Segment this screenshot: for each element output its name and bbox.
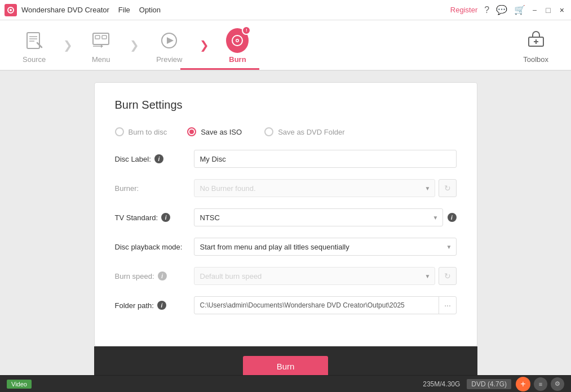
save-as-dvd-folder-label: Save as DVD Folder (278, 128, 345, 136)
disc-label-row: Disc Label: i (115, 150, 457, 168)
nav-steps: Source ❯ Menu ❯ (9, 20, 262, 70)
source-icon (23, 29, 46, 52)
radio-options-row: Burn to disc Save as ISO Save as DVD Fol… (115, 127, 457, 136)
tv-standard-select-wrapper: NTSC PAL ▼ (194, 208, 443, 226)
save-as-iso-label: Save as ISO (201, 128, 242, 136)
panel-title: Burn Settings (115, 99, 457, 112)
menu-bar: File Option (118, 6, 450, 14)
disc-label-input[interactable] (194, 150, 457, 168)
burn-badge: ! (242, 26, 251, 35)
burner-select-wrapper: No Burner found. ▼ (194, 179, 435, 197)
burn-to-disc-label: Burn to disc (129, 128, 167, 136)
svg-point-1 (10, 9, 12, 11)
register-link[interactable]: Register (450, 6, 477, 14)
disc-label-info-icon[interactable]: i (154, 154, 163, 163)
nav-step-burn[interactable]: ! Burn (213, 20, 262, 70)
folder-path-row: Folder path: i ··· (115, 296, 457, 314)
save-as-iso-radio[interactable] (187, 127, 196, 136)
burner-select: No Burner found. (194, 179, 435, 197)
maximize-button[interactable]: □ (543, 6, 552, 15)
folder-path-input-wrapper: ··· (194, 296, 457, 314)
chevron-1: ❯ (59, 20, 76, 70)
titlebar-actions: Register ? 💬 🛒 (450, 5, 525, 15)
burn-speed-refresh-button: ↻ (439, 267, 457, 285)
preview-icon (158, 29, 180, 52)
disc-playback-select[interactable]: Start from menu and play all titles sequ… (194, 238, 457, 256)
burn-speed-label: Burn speed: i (115, 271, 194, 280)
close-button[interactable]: × (557, 6, 566, 15)
svg-point-16 (237, 39, 238, 41)
burn-settings-panel: Burn Settings Burn to disc Save as ISO S… (94, 82, 477, 346)
tv-standard-info-icon-right[interactable]: i (448, 213, 457, 222)
burn-speed-select-wrapper: Default burn speed ▼ (194, 267, 435, 285)
window-controls: − □ × (530, 6, 566, 15)
save-as-dvd-folder-radio[interactable] (264, 127, 273, 136)
disc-playback-select-wrapper: Start from menu and play all titles sequ… (194, 238, 457, 256)
menu-option[interactable]: Option (139, 6, 161, 14)
toolbox-label: Toolbox (523, 55, 548, 64)
menu-label: Menu (92, 55, 110, 64)
add-icon: + (520, 379, 525, 389)
tv-standard-label: TV Standard: i (115, 213, 194, 222)
save-as-dvd-folder-option[interactable]: Save as DVD Folder (264, 127, 345, 136)
svg-rect-9 (102, 35, 107, 39)
status-icons: ≡ ⚙ (534, 377, 564, 391)
tv-standard-select[interactable]: NTSC PAL (194, 208, 443, 226)
source-label: Source (23, 55, 46, 64)
tv-standard-row: TV Standard: i NTSC PAL ▼ i (115, 208, 457, 226)
burner-refresh-button: ↻ (439, 179, 457, 197)
menu-nav-icon (90, 29, 112, 52)
svg-marker-13 (167, 37, 174, 44)
settings-container: Burn Settings Burn to disc Save as ISO S… (94, 82, 477, 375)
nav-step-menu[interactable]: Menu (76, 20, 126, 70)
svg-rect-2 (27, 33, 39, 48)
burn-speed-select: Default burn speed (194, 267, 435, 285)
chevron-3: ❯ (196, 20, 213, 70)
nav-toolbox[interactable]: Toolbox (510, 20, 562, 70)
burn-icon: ! (226, 29, 249, 52)
folder-path-input[interactable] (194, 296, 457, 314)
nav-bar: Source ❯ Menu ❯ (0, 20, 571, 71)
disc-playback-label: Disc playback mode: (115, 243, 194, 251)
burn-button[interactable]: Burn (243, 356, 329, 376)
svg-rect-8 (95, 35, 100, 39)
toolbox-icon (526, 29, 546, 52)
add-content-button[interactable]: + (516, 377, 530, 391)
app-name: Wondershare DVD Creator (21, 6, 109, 14)
nav-step-source[interactable]: Source (9, 20, 59, 70)
burner-label: Burner: (115, 184, 194, 193)
video-badge: Video (7, 380, 32, 389)
cart-icon[interactable]: 🛒 (514, 5, 525, 15)
titlebar: Wondershare DVD Creator File Option Regi… (0, 0, 571, 20)
burn-label: Burn (229, 55, 246, 64)
status-size: 235M/4.30G (423, 380, 460, 388)
status-menu-icon[interactable]: ≡ (534, 377, 547, 391)
tv-standard-info-icon[interactable]: i (161, 213, 170, 222)
app-logo (5, 4, 17, 16)
chat-icon[interactable]: 💬 (496, 5, 507, 15)
minimize-button[interactable]: − (530, 6, 539, 15)
disc-label-label: Disc Label: i (115, 154, 194, 163)
disc-playback-row: Disc playback mode: Start from menu and … (115, 238, 457, 256)
menu-file[interactable]: File (118, 6, 130, 14)
bottom-bar: Burn (94, 346, 477, 375)
help-icon[interactable]: ? (484, 5, 489, 15)
save-as-iso-option[interactable]: Save as ISO (187, 127, 242, 136)
status-bar: Video 235M/4.30G DVD (4.7G) + ≡ ⚙ (0, 375, 571, 392)
burn-to-disc-option[interactable]: Burn to disc (115, 127, 167, 136)
burn-speed-info-icon[interactable]: i (158, 271, 167, 280)
burn-speed-row: Burn speed: i Default burn speed ▼ ↻ (115, 267, 457, 285)
chevron-2: ❯ (126, 20, 143, 70)
burn-to-disc-radio[interactable] (115, 127, 124, 136)
folder-path-label: Folder path: i (115, 301, 194, 310)
folder-path-browse-button[interactable]: ··· (439, 296, 457, 314)
status-settings-icon[interactable]: ⚙ (551, 377, 564, 391)
dvd-label: DVD (4.7G) (467, 379, 511, 389)
main-content: Burn Settings Burn to disc Save as ISO S… (0, 71, 571, 375)
folder-path-info-icon[interactable]: i (157, 301, 166, 310)
burner-row: Burner: No Burner found. ▼ ↻ (115, 179, 457, 197)
nav-step-preview[interactable]: Preview (143, 20, 196, 70)
preview-label: Preview (156, 55, 182, 64)
